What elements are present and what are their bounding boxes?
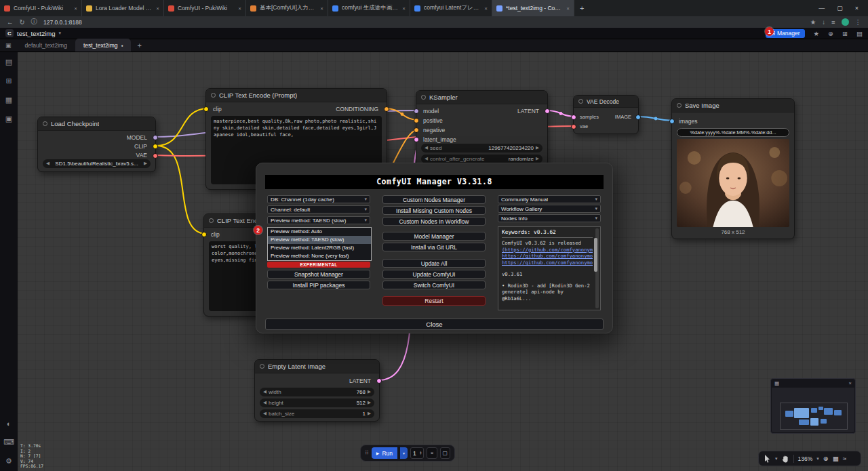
browser-tab[interactable]: ComfyUI - PukiWiki× xyxy=(164,0,246,16)
node-header[interactable]: Load Checkpoint xyxy=(38,117,155,131)
workflow-tab-default[interactable]: default_text2img xyxy=(17,39,75,52)
model-manager-button[interactable]: Model Manager xyxy=(382,232,486,241)
node-header[interactable]: VAE Decode xyxy=(574,96,638,108)
switch-comfyui-button[interactable]: Switch ComfyUI xyxy=(382,281,486,289)
news-scrollbar-thumb[interactable] xyxy=(594,238,597,272)
right-arrow-icon[interactable]: ▶ xyxy=(368,411,371,416)
port-vae-output[interactable] xyxy=(153,153,158,159)
left-arrow-icon[interactable]: ◀ xyxy=(425,146,428,150)
window-minimize-button[interactable]: — xyxy=(818,5,825,12)
custom-nodes-manager-button[interactable]: Custom Nodes Manager xyxy=(382,195,486,204)
minimap-close-icon[interactable]: × xyxy=(849,380,852,386)
dropdown-option-selected[interactable]: Preview method: TAESD (slow) xyxy=(268,236,371,244)
right-arrow-icon[interactable]: ▶ xyxy=(368,390,371,394)
port-negative-input[interactable] xyxy=(414,127,419,133)
drag-handle-icon[interactable]: ⠿ xyxy=(365,450,369,456)
custom-nodes-in-workflow-button[interactable]: Custom Nodes In Workflow xyxy=(382,217,486,226)
step-down-icon[interactable]: ▾ xyxy=(420,453,421,455)
minimap-view[interactable] xyxy=(772,388,854,432)
right-arrow-icon[interactable]: ▶ xyxy=(536,157,539,161)
workflows-icon[interactable]: ▣ xyxy=(0,42,17,49)
port-model-input[interactable] xyxy=(414,108,419,114)
fit-view-icon[interactable]: ⊕ xyxy=(823,455,829,462)
tab-close-icon[interactable]: × xyxy=(566,5,570,12)
settings-icon[interactable]: ⚙ xyxy=(5,457,12,466)
port-samples-input[interactable] xyxy=(571,115,576,120)
pan-tool-icon[interactable] xyxy=(782,455,789,463)
news-link[interactable]: https://github.com/comfyanonymous/Com xyxy=(502,260,593,266)
tab-close-icon[interactable]: × xyxy=(74,5,77,12)
extensions-icon[interactable]: ≡ xyxy=(831,18,835,26)
collapse-dot[interactable] xyxy=(260,364,264,369)
community-manual-select[interactable]: Community Manual▾ xyxy=(498,195,601,203)
left-arrow-icon[interactable]: ◀ xyxy=(263,401,267,405)
minimap-toggle-icon[interactable]: ▦ xyxy=(833,455,839,462)
clear-queue-button[interactable]: × xyxy=(427,447,437,459)
port-vae-input[interactable] xyxy=(571,124,576,129)
tab-close-icon[interactable]: × xyxy=(402,5,406,12)
zoom-chevron[interactable]: ▾ xyxy=(816,456,819,462)
batch-size-widget[interactable]: ◀ batch_size 1 ▶ xyxy=(260,409,374,418)
window-maximize-button[interactable]: ▢ xyxy=(837,5,843,12)
port-latent-output[interactable] xyxy=(545,108,550,114)
profile-avatar[interactable] xyxy=(842,18,849,26)
update-comfyui-button[interactable]: Update ComfyUI xyxy=(382,270,486,279)
node-load-checkpoint[interactable]: Load Checkpoint MODEL CLIP VAE ◀ SD1.5\b… xyxy=(37,117,156,172)
url-text[interactable]: 127.0.0.1:8188 xyxy=(43,19,82,26)
dropdown-option[interactable]: Preview method: Latent2RGB (fast) xyxy=(268,244,371,252)
port-clip-output[interactable] xyxy=(153,144,158,149)
run-options-chevron[interactable]: ▾ xyxy=(400,447,408,459)
node-header[interactable]: Empty Latent Image xyxy=(255,360,379,373)
back-icon[interactable]: ← xyxy=(7,18,14,26)
zoom-icon[interactable]: ⊕ xyxy=(828,30,833,37)
channel-select[interactable]: Channel: default▾ xyxy=(267,205,370,213)
right-arrow-icon[interactable]: ▶ xyxy=(144,161,147,166)
shortcuts-icon[interactable]: ⌨ xyxy=(3,438,14,447)
port-latent-output[interactable] xyxy=(376,378,382,384)
browser-tab[interactable]: comfyui Latentプレビュー - Google 検索× xyxy=(410,0,492,16)
snapshot-manager-button[interactable]: Snapshot Manager xyxy=(267,270,370,279)
left-arrow-icon[interactable]: ◀ xyxy=(425,157,428,161)
left-arrow-icon[interactable]: ◀ xyxy=(46,161,50,166)
port-positive-input[interactable] xyxy=(414,118,419,123)
downloads-icon[interactable]: ↓ xyxy=(822,18,825,26)
right-arrow-icon[interactable]: ▶ xyxy=(536,146,539,150)
db-channel-select[interactable]: DB: Channel (1day cache)▾ xyxy=(267,195,370,203)
install-missing-custom-nodes-button[interactable]: Install Missing Custom Nodes xyxy=(382,206,486,215)
nodes-info-select[interactable]: Nodes Info▾ xyxy=(498,214,601,222)
workflows-panel-icon[interactable]: ▣ xyxy=(5,115,12,123)
news-panel[interactable]: Keywords: v0.3.62 ComfyUI v0.3.62 is rel… xyxy=(498,226,601,310)
news-link[interactable]: https://github.com/comfyanonymous/Com xyxy=(502,253,593,260)
collapse-dot[interactable] xyxy=(43,121,47,126)
browser-tab[interactable]: Lora Loader Model Only (Cond...× xyxy=(82,0,164,16)
width-widget[interactable]: ◀ width 768 ▶ xyxy=(260,388,374,396)
minimap-panel[interactable]: ▦ × xyxy=(770,378,856,434)
panel-icon[interactable]: ▤ xyxy=(856,30,863,37)
port-clip-input[interactable] xyxy=(203,106,209,112)
collapse-dot[interactable] xyxy=(211,93,216,98)
node-header[interactable]: Save Image xyxy=(672,99,794,112)
collapse-dot[interactable] xyxy=(578,99,583,104)
node-save-image[interactable]: Save Image images %date:yyyy%-%date:MM%-… xyxy=(671,98,795,239)
browser-tab-active[interactable]: *test_text2img - ComfyUI× xyxy=(492,0,574,16)
close-button[interactable]: Close xyxy=(265,319,604,330)
dropdown-option[interactable]: Preview method: Auto xyxy=(268,228,371,236)
update-all-button[interactable]: Update All xyxy=(382,259,486,268)
window-close-button[interactable]: × xyxy=(855,5,859,12)
bookmark-star-icon[interactable]: ★ xyxy=(810,18,816,26)
left-arrow-icon[interactable]: ◀ xyxy=(263,390,267,394)
stop-button[interactable]: ▢ xyxy=(440,447,450,459)
port-clip-input[interactable] xyxy=(201,232,207,237)
restart-button[interactable]: Restart xyxy=(382,296,486,306)
queue-icon[interactable]: ▤ xyxy=(5,58,12,66)
install-pip-packages-button[interactable]: Install PIP packages xyxy=(267,281,370,289)
theme-icon[interactable]: ◐ xyxy=(7,419,12,428)
node-library-icon[interactable]: ⊞ xyxy=(5,77,12,85)
run-button[interactable]: ▶ Run xyxy=(372,447,397,459)
node-ksampler[interactable]: KSampler model positive negative latent_… xyxy=(416,90,548,166)
filename-prefix-widget[interactable]: %date:yyyy%-%date:MM%-%date:dd... xyxy=(677,128,789,137)
new-tab-button[interactable]: + xyxy=(574,0,589,16)
browser-tab[interactable]: ComfyUI - PukiWiki× xyxy=(0,0,82,16)
news-link[interactable]: (https://github.com/comfyanonymous/Co xyxy=(502,247,593,253)
workflow-tab-current[interactable]: test_text2img● xyxy=(75,39,132,52)
